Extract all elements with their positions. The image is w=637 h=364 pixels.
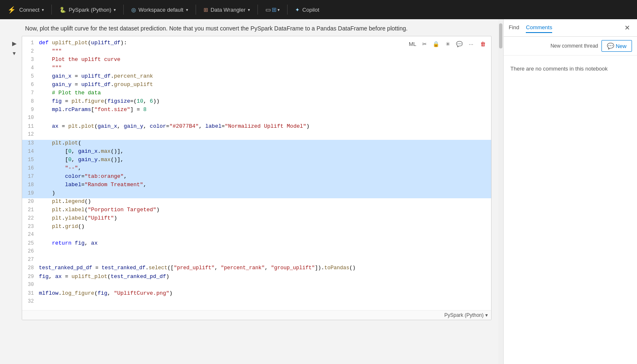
workspace-icon: ◎ — [131, 7, 136, 13]
divider-3 — [196, 5, 196, 15]
data-wrangler-icon: ⊞ — [204, 7, 208, 13]
copilot-button[interactable]: ✦ Copilot — [291, 5, 323, 15]
divider-5 — [287, 5, 288, 15]
tab-comments-label: Comments — [526, 24, 552, 30]
data-wrangler-button[interactable]: ⊞ Data Wrangler ▾ — [199, 5, 255, 15]
code-line-selected: 13 plt.plot( — [22, 140, 491, 148]
code-line: 28 test_ranked_pd_df = test_ranked_df.se… — [22, 265, 491, 273]
delete-button[interactable]: 🗑 — [478, 39, 488, 49]
cell-bottom-bar: PySpark (Python) ▾ — [22, 310, 491, 320]
kernel-indicator[interactable]: PySpark (Python) ▾ — [444, 312, 488, 318]
code-line: 6 gain_y = uplift_df.group_uplift — [22, 81, 491, 90]
tab-find[interactable]: Find — [509, 23, 519, 33]
text-cell-content: Now, plot the uplift curve for the test … — [25, 25, 408, 32]
code-editor[interactable]: 1 def uplift_plot(uplift_df): 2 """ 3 Pl… — [22, 36, 491, 310]
kernel-label: PySpark (Python) — [444, 312, 484, 318]
scrollbar-track[interactable] — [498, 19, 503, 364]
pyspark-button[interactable]: 🐍 PySpark (Python) ▾ — [55, 5, 120, 15]
code-line: 29 fig, ax = uplift_plot(test_ranked_pd_… — [22, 273, 491, 282]
code-line-selected: 15 [0, gain_y.max()], — [22, 157, 491, 165]
code-line: 12 — [22, 131, 491, 140]
code-line: 10 — [22, 115, 491, 123]
code-line-selected: 16 "--", — [22, 165, 491, 173]
new-comment-area: New comment thread 💬 New — [504, 37, 637, 56]
code-line: 32 — [22, 298, 491, 307]
workspace-button[interactable]: ◎ Workspace default ▾ — [127, 5, 192, 15]
code-line-selected: 19 ) — [22, 190, 491, 198]
code-line: 26 — [22, 248, 491, 257]
no-comments-message: There are no comments in this notebook — [504, 56, 637, 82]
close-button[interactable]: ✕ — [622, 23, 632, 33]
connect-button[interactable]: ⚡ Connect ▾ — [3, 4, 48, 15]
code-line: 11 ax = plt.plot(gain_x, gain_y, color="… — [22, 123, 491, 131]
copilot-label: Copilot — [302, 7, 319, 13]
run-button[interactable]: ▶ — [10, 39, 18, 48]
code-line-selected: 17 color="tab:orange", — [22, 173, 491, 182]
code-line: 31 mlflow.log_figure(fig, "UpliftCurve.p… — [22, 290, 491, 298]
pyspark-label: PySpark (Python) — [69, 7, 111, 13]
cut-icon[interactable]: ✂ — [419, 39, 429, 49]
new-comment-button-label: New — [616, 43, 627, 49]
workspace-chevron: ▾ — [186, 8, 188, 12]
connect-icon: ⚡ — [8, 6, 16, 14]
ml-button[interactable]: ML — [408, 39, 418, 49]
code-line: 30 — [22, 282, 491, 290]
code-line: 8 fig = plt.figure(figsize=(10, 6)) — [22, 98, 491, 106]
data-wrangler-label: Data Wrangler — [211, 7, 246, 13]
code-line: 21 plt.xlabel("Porportion Targeted") — [22, 207, 491, 215]
comment-icon[interactable]: 💬 — [454, 39, 464, 49]
data-wrangler-chevron: ▾ — [248, 8, 250, 12]
code-line: 27 — [22, 257, 491, 265]
divider-1 — [51, 5, 52, 15]
top-toolbar: ⚡ Connect ▾ 🐍 PySpark (Python) ▾ ◎ Works… — [0, 0, 637, 19]
lock-icon[interactable]: 🔒 — [431, 39, 441, 49]
toggle-chevron: ▾ — [278, 8, 280, 12]
asterisk-icon[interactable]: ✳ — [443, 39, 453, 49]
cell-wrapper: ▶ ▼ ML ✂ 🔒 ✳ 💬 ··· 🗑 — [7, 36, 492, 320]
new-comment-button[interactable]: 💬 New — [601, 40, 632, 52]
code-line-selected: 14 [0, gain_x.max()], — [22, 148, 491, 157]
code-line: 4 """ — [22, 65, 491, 73]
code-line: 22 plt.ylabel("Uplift") — [22, 215, 491, 223]
panel-tabs: Find Comments — [509, 23, 552, 33]
cell-toolbar: ML ✂ 🔒 ✳ 💬 ··· 🗑 — [408, 39, 488, 49]
panel-header: Find Comments ✕ — [504, 19, 637, 37]
right-panel: Find Comments ✕ New comment thread 💬 New… — [503, 19, 637, 364]
code-line: 23 plt.grid() — [22, 223, 491, 232]
code-line: 5 gain_x = uplift_df.percent_rank — [22, 73, 491, 81]
code-line: 20 plt.legend() — [22, 198, 491, 207]
main-area: Now, plot the uplift curve for the test … — [0, 19, 637, 364]
code-line: 25 return fig, ax — [22, 240, 491, 248]
copilot-icon: ✦ — [295, 7, 300, 13]
code-line-selected: 18 label="Random Treatment", — [22, 182, 491, 190]
tab-comments[interactable]: Comments — [526, 23, 552, 33]
connect-label: Connect — [19, 7, 39, 13]
toggle-button[interactable]: ▭ ⊞ ▾ — [261, 5, 284, 15]
code-line: 2 """ — [22, 48, 491, 56]
tab-find-label: Find — [509, 24, 519, 30]
more-button[interactable]: ··· — [466, 39, 476, 49]
cell-run-controls: ▶ ▼ — [7, 36, 22, 61]
pyspark-chevron: ▾ — [114, 8, 116, 12]
connect-chevron: ▾ — [42, 8, 44, 12]
divider-4 — [257, 5, 258, 15]
workspace-label: Workspace default — [138, 7, 183, 13]
toggle-icon-2: ⊞ — [272, 6, 277, 13]
pyspark-icon: 🐍 — [59, 7, 66, 13]
text-cell: Now, plot the uplift curve for the test … — [0, 23, 498, 34]
code-cell[interactable]: ML ✂ 🔒 ✳ 💬 ··· 🗑 1 def uplift_plot(uplif… — [22, 36, 492, 320]
kernel-chevron: ▾ — [485, 312, 488, 318]
code-line: 7 # Plot the data — [22, 90, 491, 98]
code-line: 24 — [22, 232, 491, 240]
new-comment-icon: 💬 — [607, 43, 614, 49]
code-line: 3 Plot the uplift curve — [22, 56, 491, 65]
toggle-icon-1: ▭ — [265, 6, 271, 13]
scrollbar-thumb[interactable] — [499, 23, 502, 48]
new-comment-thread-label: New comment thread — [550, 43, 598, 49]
divider-2 — [123, 5, 124, 15]
notebook-area: Now, plot the uplift curve for the test … — [0, 19, 498, 364]
empty-message-text: There are no comments in this notebook — [510, 66, 608, 72]
code-line: 9 mpl.rcParams["font.size"] = 8 — [22, 106, 491, 115]
collapse-button[interactable]: ▼ — [10, 49, 18, 58]
